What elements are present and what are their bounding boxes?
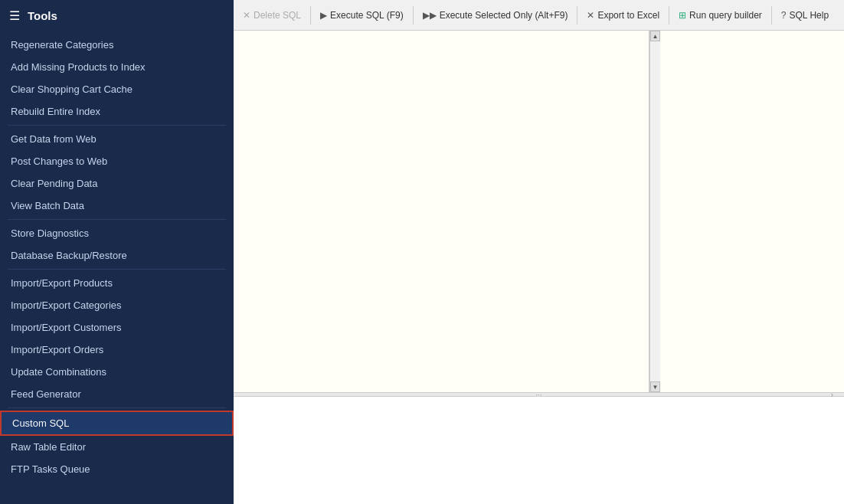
execute-sql-icon: ▶ — [320, 10, 327, 21]
sidebar-header: ☰ Tools — [0, 0, 234, 31]
sidebar-item-view-batch-data[interactable]: View Batch Data — [0, 195, 234, 217]
delete-sql-icon: ✕ — [243, 10, 250, 21]
sql-help-button[interactable]: ?SQL Help — [775, 7, 835, 24]
sidebar-item-rebuild-entire-index[interactable]: Rebuild Entire Index — [0, 100, 234, 123]
sidebar-item-get-data-from-web[interactable]: Get Data from Web — [0, 128, 234, 150]
run-query-builder-button[interactable]: ⊞Run query builder — [672, 7, 768, 24]
scrollbar-vertical[interactable]: ▲ ▼ — [649, 31, 660, 392]
sidebar-item-raw-table-editor[interactable]: Raw Table Editor — [0, 436, 234, 458]
sidebar-item-regenerate-categories[interactable]: Regenerate Categories — [0, 34, 234, 56]
execute-selected-label: Execute Selected Only (Alt+F9) — [440, 10, 568, 21]
sql-help-icon: ? — [781, 10, 787, 21]
sidebar-item-database-backup-restore[interactable]: Database Backup/Restore — [0, 244, 234, 267]
toolbar: ✕Delete SQL▶Execute SQL (F9)▶▶Execute Se… — [234, 0, 844, 31]
splitter-arrow: › — [831, 391, 833, 399]
sidebar-item-update-combinations[interactable]: Update Combinations — [0, 361, 234, 383]
export-excel-icon: ✕ — [587, 10, 594, 21]
sidebar-item-ftp-tasks-queue[interactable]: FTP Tasks Queue — [0, 458, 234, 480]
toolbar-separator-1 — [310, 6, 311, 25]
run-query-builder-icon: ⊞ — [679, 10, 686, 21]
scroll-up-arrow[interactable]: ▲ — [650, 31, 660, 41]
sidebar-item-import-export-customers[interactable]: Import/Export Customers — [0, 316, 234, 339]
delete-sql-label: Delete SQL — [254, 10, 301, 21]
sidebar-item-clear-pending-data[interactable]: Clear Pending Data — [0, 172, 234, 195]
editor-area: ▲ ▼ — [234, 31, 844, 392]
sidebar-item-store-diagnostics[interactable]: Store Diagnostics — [0, 222, 234, 244]
sql-result-panel — [660, 31, 844, 392]
sidebar-title: Tools — [28, 9, 57, 22]
sidebar-item-feed-generator[interactable]: Feed Generator — [0, 383, 234, 405]
sidebar-menu: Regenerate CategoriesAdd Missing Product… — [0, 31, 234, 504]
delete-sql-button: ✕Delete SQL — [237, 7, 307, 24]
sidebar-item-clear-shopping-cart[interactable]: Clear Shopping Cart Cache — [0, 78, 234, 100]
execute-selected-button[interactable]: ▶▶Execute Selected Only (Alt+F9) — [417, 7, 574, 24]
menu-separator — [8, 125, 226, 126]
toolbar-separator-4 — [669, 6, 669, 25]
sidebar-item-custom-sql[interactable]: Custom SQL — [0, 411, 234, 436]
toolbar-separator-3 — [577, 6, 577, 25]
execute-sql-label: Execute SQL (F9) — [330, 10, 404, 21]
menu-separator — [8, 219, 226, 220]
menu-separator — [8, 269, 226, 270]
sidebar-item-import-export-categories[interactable]: Import/Export Categories — [0, 294, 234, 316]
hamburger-icon[interactable]: ☰ — [9, 8, 20, 23]
menu-separator — [8, 407, 226, 408]
sidebar-item-post-changes-to-web[interactable]: Post Changes to Web — [0, 150, 234, 172]
export-excel-button[interactable]: ✕Export to Excel — [581, 7, 666, 24]
sidebar-item-add-missing-products[interactable]: Add Missing Products to Index — [0, 56, 234, 78]
toolbar-separator-5 — [771, 6, 772, 25]
export-excel-label: Export to Excel — [597, 10, 659, 21]
sidebar: ☰ Tools Regenerate CategoriesAdd Missing… — [0, 0, 234, 504]
content-area: ✕Delete SQL▶Execute SQL (F9)▶▶Execute Se… — [234, 0, 844, 504]
sidebar-item-import-export-orders[interactable]: Import/Export Orders — [0, 339, 234, 361]
scroll-down-arrow[interactable]: ▼ — [650, 381, 660, 392]
execute-selected-icon: ▶▶ — [423, 10, 437, 21]
sidebar-item-import-export-products[interactable]: Import/Export Products — [0, 272, 234, 294]
toolbar-separator-2 — [413, 6, 414, 25]
execute-sql-button[interactable]: ▶Execute SQL (F9) — [314, 7, 410, 24]
sql-output[interactable] — [234, 397, 844, 504]
sql-editor[interactable] — [234, 31, 649, 392]
sql-help-label: SQL Help — [790, 10, 829, 21]
run-query-builder-label: Run query builder — [689, 10, 762, 21]
